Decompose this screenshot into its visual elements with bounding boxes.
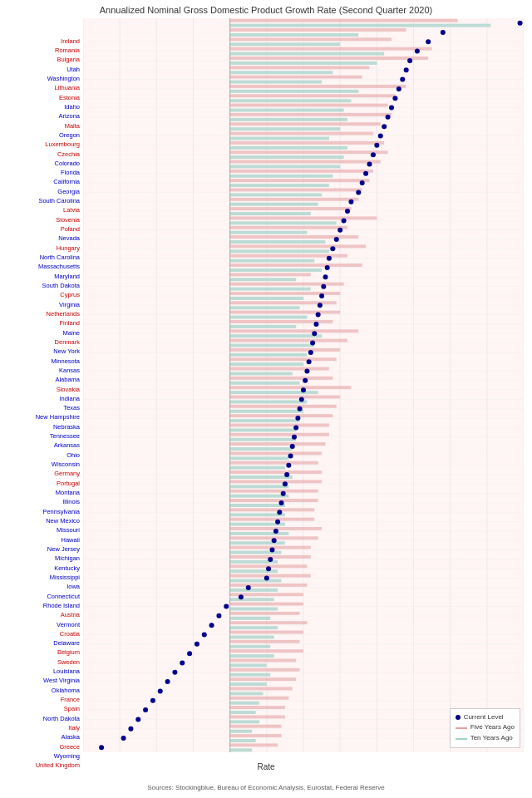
svg-point-275: [269, 548, 274, 553]
svg-rect-169: [230, 221, 337, 224]
svg-rect-127: [230, 90, 359, 93]
svg-point-113: [426, 39, 431, 44]
y-label: Sweden: [57, 659, 80, 666]
svg-rect-163: [230, 203, 318, 206]
y-label: Utah: [66, 66, 80, 73]
svg-rect-133: [230, 109, 344, 112]
y-label: Connecticut: [47, 594, 80, 600]
y-label: Ireland: [61, 38, 80, 45]
svg-rect-313: [230, 673, 271, 677]
svg-rect-333: [230, 734, 282, 737]
sources-label: Sources: Stockingblue, Bureau of Economi…: [7, 784, 525, 791]
y-label: Colorado: [55, 160, 80, 167]
legend-five-label: Five Years Ago: [470, 722, 515, 733]
svg-point-251: [284, 472, 289, 477]
y-label: Kentucky: [54, 565, 80, 572]
y-label: West Virginia: [43, 678, 80, 685]
svg-point-338: [99, 745, 104, 750]
svg-point-257: [281, 491, 286, 496]
svg-rect-105: [230, 19, 458, 22]
svg-rect-255: [230, 490, 318, 493]
svg-rect-109: [230, 33, 359, 37]
svg-rect-309: [230, 658, 297, 662]
svg-rect-231: [230, 414, 333, 417]
svg-rect-325: [230, 711, 256, 714]
legend-current-label: Current Level: [464, 712, 504, 723]
svg-point-203: [313, 322, 318, 327]
svg-point-242: [290, 444, 295, 449]
y-label: Spain: [64, 707, 80, 713]
svg-rect-144: [230, 141, 385, 145]
svg-rect-160: [230, 193, 322, 196]
svg-rect-264: [230, 518, 315, 521]
y-label: Idaho: [64, 104, 80, 111]
svg-point-191: [321, 284, 326, 289]
y-label: Austria: [61, 612, 80, 618]
svg-rect-124: [230, 81, 322, 84]
svg-rect-237: [230, 433, 329, 436]
svg-rect-256: [230, 495, 289, 498]
svg-rect-168: [230, 216, 377, 219]
svg-point-254: [283, 481, 288, 486]
svg-rect-114: [230, 47, 432, 51]
svg-point-221: [303, 378, 308, 383]
y-label: Netherlands: [47, 311, 80, 318]
svg-point-212: [308, 350, 313, 355]
svg-rect-120: [230, 66, 370, 69]
svg-rect-217: [230, 372, 293, 376]
svg-rect-271: [230, 541, 285, 544]
svg-rect-324: [230, 706, 285, 709]
svg-rect-112: [230, 42, 341, 46]
y-label: Poland: [61, 226, 80, 233]
svg-rect-208: [230, 344, 315, 347]
svg-rect-331: [230, 730, 253, 733]
svg-rect-244: [230, 456, 289, 460]
svg-point-263: [277, 510, 282, 515]
svg-point-137: [386, 115, 391, 120]
svg-point-182: [327, 256, 332, 261]
y-label: Alaska: [61, 735, 80, 741]
y-label: Washington: [47, 76, 80, 82]
svg-point-140: [382, 124, 387, 129]
chart-svg: -4-3-2-1012345678: [83, 18, 524, 752]
svg-point-317: [165, 679, 170, 684]
svg-point-164: [348, 200, 353, 204]
legend-dot-icon: [456, 715, 461, 720]
svg-rect-228: [230, 405, 337, 408]
svg-point-155: [363, 171, 368, 176]
svg-point-326: [143, 707, 148, 712]
svg-rect-202: [230, 325, 297, 328]
svg-rect-172: [230, 231, 308, 234]
y-label: Vermont: [57, 622, 80, 628]
svg-rect-147: [230, 150, 388, 154]
y-label: Nevada: [58, 236, 80, 243]
y-label: South Dakota: [42, 283, 80, 289]
y-label: Bulgaria: [57, 57, 80, 64]
y-label: New Mexico: [46, 518, 80, 525]
svg-rect-247: [230, 466, 285, 470]
svg-point-194: [319, 293, 324, 298]
svg-rect-336: [230, 743, 278, 746]
svg-rect-307: [230, 654, 274, 658]
svg-rect-316: [230, 682, 267, 686]
svg-rect-145: [230, 146, 347, 150]
svg-rect-289: [230, 598, 274, 601]
svg-point-218: [304, 369, 309, 374]
svg-point-125: [400, 77, 405, 82]
svg-point-116: [415, 49, 420, 54]
y-label: Portugal: [57, 480, 80, 487]
y-label: Latvia: [63, 208, 80, 214]
svg-rect-216: [230, 367, 329, 371]
svg-point-329: [135, 717, 140, 722]
x-axis-label: Rate: [0, 762, 532, 771]
svg-point-320: [158, 688, 163, 693]
svg-rect-294: [230, 612, 300, 615]
svg-rect-175: [230, 240, 326, 244]
svg-point-209: [310, 341, 315, 346]
svg-rect-108: [230, 28, 406, 32]
y-label: Maine: [63, 330, 80, 337]
svg-rect-226: [230, 400, 308, 403]
y-label: Tennessee: [50, 433, 80, 440]
y-label: South Carolina: [38, 198, 80, 204]
legend-ten-label: Ten Years Ago: [470, 733, 513, 744]
